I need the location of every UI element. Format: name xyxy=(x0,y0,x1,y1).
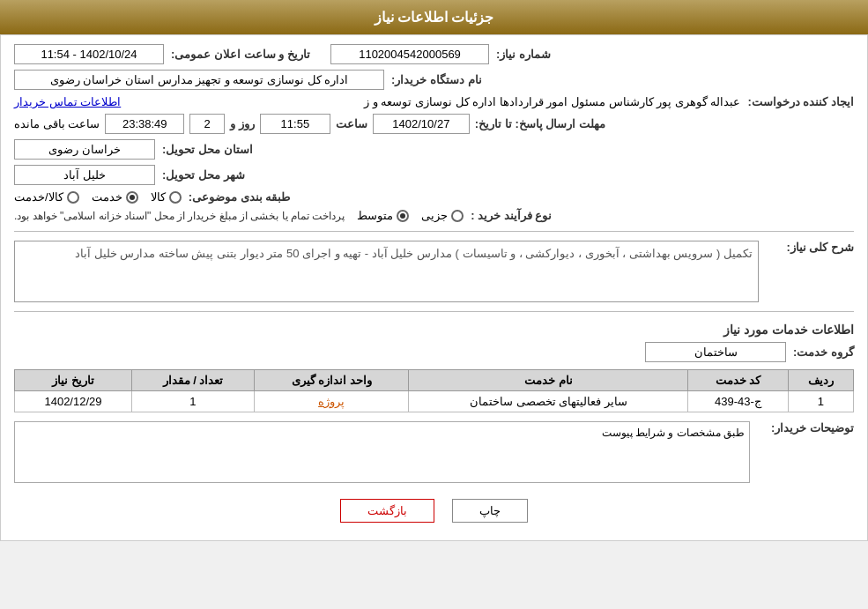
print-button[interactable]: چاپ xyxy=(452,499,528,523)
col-service-name: نام خدمت xyxy=(409,370,688,391)
طبقه-label: طبقه بندی موضوعی: xyxy=(189,190,291,204)
ساعت-label: ساعت xyxy=(336,117,367,130)
process-radio-group: جزیی متوسط پرداخت تمام یا بخشی از مبلغ خ… xyxy=(14,209,464,222)
مهلت-days: 2 xyxy=(189,114,225,134)
group-service-row: گروه خدمت: ساختمان xyxy=(14,342,854,362)
cell-quantity: 1 xyxy=(131,391,254,412)
cell-service-code: ج-43-439 xyxy=(688,391,788,412)
radio-motavaset-circle xyxy=(397,210,409,222)
services-table: ردیف کد خدمت نام خدمت واحد اندازه گیری ت… xyxy=(14,369,854,412)
divider-1 xyxy=(14,231,854,232)
گروه-خدمت-label: گروه خدمت: xyxy=(793,345,854,359)
page-wrapper: جزئیات اطلاعات نیاز شماره نیاز: 11020045… xyxy=(0,0,868,541)
button-row: چاپ بازگشت xyxy=(14,499,854,523)
توضیحات-label: توضیحات خریدار: xyxy=(757,421,854,434)
radio-motavaset: متوسط xyxy=(357,209,409,222)
شماره-نیاز-label: شماره نیاز: xyxy=(496,48,551,61)
ساعت-باقی-label: ساعت باقی مانده xyxy=(14,117,100,130)
row-buyer-notes: توضیحات خریدار: xyxy=(14,421,854,486)
row-city: شهر محل تحویل: خلیل آباد xyxy=(14,165,854,185)
radio-khedmat-label: خدمت xyxy=(92,190,122,204)
contact-link[interactable]: اطلاعات تماس خریدار xyxy=(14,95,121,108)
شماره-نیاز-value: 1102004542000569 xyxy=(330,44,489,64)
radio-kala-khedmat-circle xyxy=(67,191,79,204)
radio-kala-circle xyxy=(169,191,182,204)
cell-row-num: 1 xyxy=(788,391,853,412)
row-deadline: مهلت ارسال پاسخ: تا تاریخ: 1402/10/27 سا… xyxy=(14,114,854,134)
back-button[interactable]: بازگشت xyxy=(340,499,434,523)
روز-label: روز و xyxy=(230,117,255,130)
مهلت-remaining: 23:38:49 xyxy=(105,114,184,134)
col-unit: واحد اندازه گیری xyxy=(254,370,408,391)
row-category: طبقه بندی موضوعی: کالا خدمت کالا/خدمت xyxy=(14,190,854,204)
شهر-value: خلیل آباد xyxy=(14,165,155,185)
شرح-text: تکمیل ( سرویس بهداشتی ، آبخوری ، دیوارکش… xyxy=(75,247,753,260)
notice-text: پرداخت تمام یا بخشی از مبلغ خریدار از مح… xyxy=(14,210,345,222)
استان-label: استان محل تحویل: xyxy=(162,143,253,156)
col-row-num: ردیف xyxy=(788,370,853,391)
استان-value: خراسان رضوی xyxy=(14,139,155,160)
مهلت-label: مهلت ارسال پاسخ: تا تاریخ: xyxy=(475,117,605,130)
cell-unit: پروژه xyxy=(254,391,408,412)
ایجاد-value: عبداله گوهری پور کارشناس مسئول امور قرار… xyxy=(128,95,740,108)
radio-kala-label: کالا xyxy=(151,190,166,204)
radio-khedmat: خدمت xyxy=(92,190,138,204)
توضیحات-textarea[interactable] xyxy=(14,421,750,483)
radio-jozi: جزیی xyxy=(421,209,464,222)
نوع-فرایند-label: نوع فرآیند خرید : xyxy=(471,209,552,222)
process-note: پرداخت تمام یا بخشی از مبلغ خریدار از مح… xyxy=(14,210,345,222)
توضیحات-container xyxy=(14,421,750,486)
table-row: 1 ج-43-439 سایر فعالیتهای تخصصی ساختمان … xyxy=(15,391,854,412)
page-header: جزئیات اطلاعات نیاز xyxy=(0,0,868,34)
مهلت-time: 11:55 xyxy=(260,114,330,134)
شهر-label: شهر محل تحویل: xyxy=(162,168,245,182)
مهلت-date: 1402/10/27 xyxy=(373,114,470,134)
divider-2 xyxy=(14,311,854,312)
row-creator: ایجاد کننده درخواست: عبداله گوهری پور کا… xyxy=(14,95,854,108)
page-title: جزئیات اطلاعات نیاز xyxy=(375,10,494,25)
radio-kala: کالا xyxy=(151,190,182,204)
radio-motavaset-label: متوسط xyxy=(357,209,393,222)
row-org: نام دستگاه خریدار: اداره کل نوسازی توسعه… xyxy=(14,70,854,90)
row-description: شرح کلی نیاز: تکمیل ( سرویس بهداشتی ، آب… xyxy=(14,241,854,302)
cell-service-name: سایر فعالیتهای تخصصی ساختمان xyxy=(409,391,688,412)
col-date: تاریخ نیاز xyxy=(15,370,132,391)
شرح-label: شرح کلی نیاز: xyxy=(766,241,854,254)
radio-kala-khedmat-label: کالا/خدمت xyxy=(14,190,63,204)
category-radio-group: کالا خدمت کالا/خدمت xyxy=(14,190,182,204)
col-quantity: تعداد / مقدار xyxy=(131,370,254,391)
radio-jozi-label: جزیی xyxy=(421,209,448,222)
نام-دستگاه-label: نام دستگاه خریدار: xyxy=(391,73,482,86)
تاریخ-label: تاریخ و ساعت اعلان عمومی: xyxy=(171,48,310,61)
radio-jozi-circle xyxy=(451,210,464,222)
row-process-type: نوع فرآیند خرید : جزیی متوسط پرداخت تمام… xyxy=(14,209,854,222)
radio-khedmat-circle xyxy=(126,191,138,204)
شرح-value: تکمیل ( سرویس بهداشتی ، آبخوری ، دیوارکش… xyxy=(14,241,759,302)
گروه-خدمت-value: ساختمان xyxy=(645,342,786,362)
col-service-code: کد خدمت xyxy=(688,370,788,391)
نام-دستگاه-value: اداره کل نوسازی توسعه و تجهیز مدارس استا… xyxy=(14,70,384,90)
cell-date: 1402/12/29 xyxy=(15,391,132,412)
radio-kala-khedmat: کالا/خدمت xyxy=(14,190,79,204)
row-province: استان محل تحویل: خراسان رضوی xyxy=(14,139,854,160)
تاریخ-value: 1402/10/24 - 11:54 xyxy=(14,44,164,64)
services-section-title: اطلاعات خدمات مورد نیاز xyxy=(14,323,854,337)
content-area: شماره نیاز: 1102004542000569 تاریخ و ساع… xyxy=(0,34,868,541)
row-id-date: شماره نیاز: 1102004542000569 تاریخ و ساع… xyxy=(14,44,854,64)
ایجاد-label: ایجاد کننده درخواست: xyxy=(747,95,854,108)
